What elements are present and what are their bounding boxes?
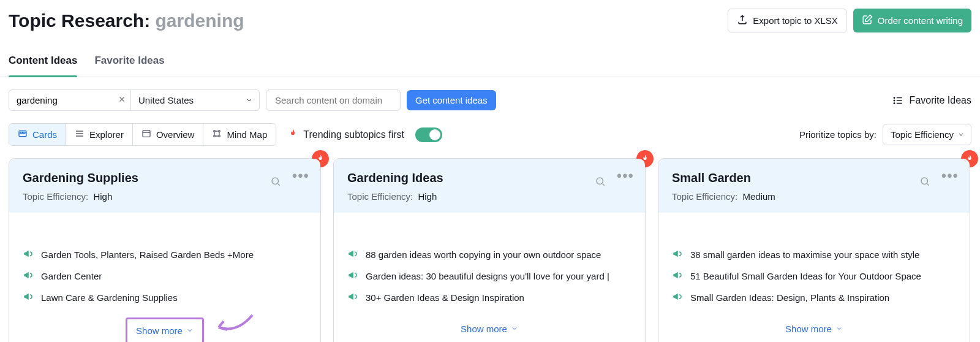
card-body: Garden Tools, Planters, Raised Garden Be… <box>9 213 320 315</box>
order-content-button[interactable]: Order content writing <box>853 9 971 32</box>
card-efficiency: Topic Efficiency: High <box>347 191 631 202</box>
chevron-down-icon <box>186 325 194 336</box>
idea-item[interactable]: Garden ideas: 30 beautiful designs you'l… <box>347 270 631 283</box>
chevron-down-icon <box>835 324 843 334</box>
idea-item[interactable]: 38 small garden ideas to maximise your s… <box>672 248 956 261</box>
topic-card: Gardening Supplies Topic Efficiency: Hig… <box>9 158 321 342</box>
idea-text: Garden Tools, Planters, Raised Garden Be… <box>41 249 254 260</box>
cards-container: Gardening Supplies Topic Efficiency: Hig… <box>0 152 980 342</box>
export-button[interactable]: Export topic to XLSX <box>728 9 846 32</box>
megaphone-icon <box>672 291 683 304</box>
megaphone-icon <box>347 248 358 261</box>
keyword-input[interactable] <box>9 89 131 111</box>
page-title: Topic Research: gardening <box>9 10 244 31</box>
explorer-icon <box>75 129 85 140</box>
card-header: Gardening Ideas Topic Efficiency: High •… <box>334 159 645 213</box>
chevron-down-icon <box>511 324 518 334</box>
megaphone-icon <box>23 291 34 304</box>
show-more-label: Show more <box>136 325 183 336</box>
card-title: Gardening Ideas <box>347 171 631 185</box>
svg-rect-4 <box>20 132 22 133</box>
country-select[interactable]: United States <box>131 89 260 111</box>
idea-item[interactable]: Garden Tools, Planters, Raised Garden Be… <box>23 248 307 261</box>
close-icon[interactable] <box>118 95 126 106</box>
card-title: Small Garden <box>672 171 956 185</box>
title-topic: gardening <box>156 10 244 31</box>
idea-item[interactable]: Garden Center <box>23 270 307 283</box>
view-mindmap[interactable]: Mind Map <box>203 124 276 145</box>
search-icon[interactable] <box>595 176 606 189</box>
list-icon <box>892 95 903 106</box>
svg-rect-6 <box>143 131 150 137</box>
idea-text: 30+ Garden Ideas & Design Inspiration <box>366 292 524 303</box>
chevron-down-icon <box>246 95 253 105</box>
card-title: Gardening Supplies <box>23 171 307 185</box>
prioritize-dropdown[interactable]: Topic Efficiency <box>883 124 971 145</box>
trending-text: Trending subtopics first <box>303 129 404 140</box>
prioritize-label: Prioritize topics by: <box>799 129 876 140</box>
country-value: United States <box>138 95 194 105</box>
megaphone-icon <box>23 248 34 261</box>
view-overview[interactable]: Overview <box>132 124 203 145</box>
idea-item[interactable]: Lawn Care & Gardening Supplies <box>23 291 307 304</box>
view-cards-label: Cards <box>32 129 57 140</box>
header-row: Topic Research: gardening Export topic t… <box>0 0 980 32</box>
more-icon[interactable]: ••• <box>292 176 309 189</box>
show-more-button[interactable]: Show more <box>126 317 204 342</box>
idea-item[interactable]: 88 garden ideas worth copying in your ow… <box>347 248 631 261</box>
megaphone-icon <box>23 270 34 283</box>
callout-arrow-icon <box>213 312 255 336</box>
prioritize-value: Topic Efficiency <box>891 129 954 140</box>
svg-point-9 <box>214 135 216 137</box>
tab-favorite-ideas[interactable]: Favorite Ideas <box>94 47 164 77</box>
favorite-ideas-link[interactable]: Favorite Ideas <box>892 95 971 106</box>
more-icon[interactable]: ••• <box>617 176 634 189</box>
views-row: Cards Explorer Overview Mind Map Trendin… <box>0 116 980 152</box>
svg-point-12 <box>597 178 603 184</box>
megaphone-icon <box>347 270 358 283</box>
svg-point-11 <box>272 178 279 184</box>
efficiency-label: Topic Efficiency: <box>672 191 737 202</box>
idea-item[interactable]: Small Garden Ideas: Design, Plants & Ins… <box>672 291 956 304</box>
svg-point-0 <box>894 97 895 98</box>
show-more-button[interactable]: Show more <box>334 315 645 342</box>
svg-point-10 <box>219 135 221 137</box>
controls-row: United States Get content ideas Favorite… <box>0 77 980 116</box>
idea-text: Lawn Care & Gardening Supplies <box>41 292 178 303</box>
card-actions: ••• <box>595 176 634 189</box>
edit-icon <box>862 14 873 27</box>
show-more-button[interactable]: Show more <box>658 315 970 342</box>
efficiency-value: Medium <box>742 191 775 202</box>
card-actions: ••• <box>919 176 959 189</box>
tab-content-ideas[interactable]: Content Ideas <box>9 47 77 77</box>
chevron-down-icon <box>957 129 965 140</box>
trending-toggle-label: Trending subtopics first <box>287 128 404 142</box>
search-icon[interactable] <box>919 176 930 189</box>
tabs: Content Ideas Favorite Ideas <box>0 47 980 77</box>
megaphone-icon <box>672 270 683 283</box>
card-efficiency: Topic Efficiency: Medium <box>672 191 956 202</box>
favorite-ideas-label: Favorite Ideas <box>910 95 971 106</box>
efficiency-value: High <box>93 191 112 202</box>
keyword-country-group: United States <box>9 89 260 111</box>
view-switcher: Cards Explorer Overview Mind Map <box>9 123 276 146</box>
idea-item[interactable]: 30+ Garden Ideas & Design Inspiration <box>347 291 631 304</box>
get-content-ideas-button[interactable]: Get content ideas <box>407 90 496 110</box>
view-cards[interactable]: Cards <box>9 124 66 145</box>
view-overview-label: Overview <box>156 129 195 140</box>
overview-icon <box>141 129 151 140</box>
svg-point-8 <box>219 131 221 132</box>
efficiency-label: Topic Efficiency: <box>23 191 88 202</box>
svg-point-2 <box>894 102 895 104</box>
search-icon[interactable] <box>270 176 281 189</box>
idea-text: 51 Beautiful Small Garden Ideas for Your… <box>690 271 921 281</box>
idea-text: Garden ideas: 30 beautiful designs you'l… <box>366 271 609 281</box>
idea-text: Garden Center <box>41 271 102 281</box>
view-explorer-label: Explorer <box>89 129 124 140</box>
view-explorer[interactable]: Explorer <box>66 124 132 145</box>
trending-toggle[interactable] <box>415 127 442 142</box>
more-icon[interactable]: ••• <box>941 176 959 189</box>
search-domain-input[interactable] <box>266 89 401 111</box>
idea-item[interactable]: 51 Beautiful Small Garden Ideas for Your… <box>672 270 956 283</box>
svg-point-7 <box>214 131 216 132</box>
